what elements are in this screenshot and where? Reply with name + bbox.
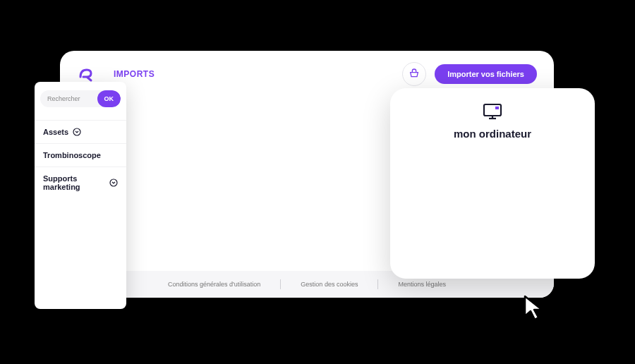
sidebar-item-supports-marketing[interactable]: Supports marketing — [35, 166, 126, 198]
svg-point-0 — [73, 128, 80, 135]
sidebar-item-label: Supports marketing — [43, 174, 105, 191]
main-header: IMPORTS Importer vos fichiers — [60, 51, 554, 92]
computer-icon — [482, 102, 503, 123]
sidebar-item-label: Trombinoscope — [43, 151, 101, 159]
search-row: OK — [40, 90, 121, 107]
import-files-button[interactable]: Importer vos fichiers — [435, 64, 537, 84]
app-logo-icon — [77, 66, 94, 83]
search-input[interactable] — [40, 95, 97, 102]
svg-rect-2 — [484, 104, 501, 116]
sidebar: OK Assets Trombinoscope Supports marketi… — [35, 82, 126, 309]
chevron-down-icon — [73, 128, 81, 136]
footer-link-cookies[interactable]: Gestion des cookies — [281, 281, 377, 288]
upload-source-popup: mon ordinateur — [390, 88, 595, 279]
popup-title: mon ordinateur — [454, 128, 531, 140]
footer-link-legal[interactable]: Mentions légales — [378, 281, 466, 288]
sidebar-item-label: Assets — [43, 128, 68, 136]
footer-link-terms[interactable]: Conditions générales d'utilisation — [148, 281, 280, 288]
basket-icon — [409, 68, 420, 81]
sidebar-item-trombinoscope[interactable]: Trombinoscope — [35, 143, 126, 166]
page-title: IMPORTS — [114, 69, 155, 79]
sidebar-item-assets[interactable]: Assets — [35, 120, 126, 143]
header-left: IMPORTS — [77, 66, 155, 83]
chevron-down-icon — [109, 178, 118, 187]
svg-rect-3 — [495, 107, 499, 109]
basket-button[interactable] — [402, 62, 426, 86]
svg-point-1 — [110, 179, 117, 186]
header-right: Importer vos fichiers — [402, 62, 537, 86]
search-ok-button[interactable]: OK — [97, 90, 121, 107]
cursor-icon — [522, 295, 548, 326]
